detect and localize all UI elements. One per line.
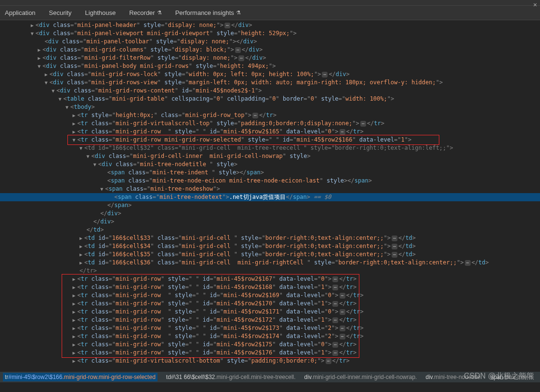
- breadcrumb[interactable]: tr#mini-45\$row2\$166.mini-grid-row.mini…: [0, 372, 540, 382]
- dom-line[interactable]: ▶<tr class="mini-grid-row " style=" " id…: [0, 308, 540, 316]
- dom-line[interactable]: ▶<tr class="mini-grid-row" style=" " id=…: [0, 300, 540, 308]
- dom-line[interactable]: <span class="mini-tree-node-ecicon mini-…: [0, 177, 540, 185]
- dom-line[interactable]: </tr>: [0, 267, 540, 275]
- dom-line[interactable]: </div>: [0, 209, 540, 218]
- dom-line[interactable]: </div>: [0, 218, 540, 226]
- info-bar: ×: [0, 0, 540, 6]
- menubar: ApplicationSecurityLighthouseRecorder ⚗P…: [0, 6, 540, 20]
- dom-line[interactable]: ▶<tr class="mini-grid-row " style=" " id…: [0, 291, 540, 300]
- dom-line[interactable]: ▶<div class="mini-grid-columns" style="d…: [0, 46, 540, 54]
- menu-recorder[interactable]: Recorder ⚗: [129, 9, 161, 16]
- dom-line[interactable]: </td>: [0, 226, 540, 234]
- dom-line[interactable]: <div class="mini-panel-toolbar" style="d…: [0, 38, 540, 46]
- dom-line[interactable]: ▶<tr class="mini-grid-row" style=" " id=…: [0, 349, 540, 357]
- dom-tree[interactable]: ▶<div class="mini-panel-header" style="d…: [0, 20, 540, 365]
- dom-line[interactable]: ▶<tr class="mini-grid-row" style=" " id=…: [0, 283, 540, 291]
- dom-line[interactable]: ▶<td id="166$cell$35" class="mini-grid-c…: [0, 250, 540, 259]
- dom-line[interactable]: ▶<td id="166$cell$34" class="mini-grid-c…: [0, 242, 540, 250]
- menu-performance-insights[interactable]: Performance insights ⚗: [175, 9, 241, 16]
- dom-line[interactable]: ▶<td id="166$cell$33" class="mini-grid-c…: [0, 234, 540, 242]
- dom-line[interactable]: ▼<div class="mini-grid-cell-inner mini-g…: [0, 152, 540, 160]
- dom-line[interactable]: ▶<tr class="mini-grid-row" style=" " id=…: [0, 340, 540, 349]
- dom-line[interactable]: ▼<div class="mini-tree-nodetitle " style…: [0, 160, 540, 169]
- dom-line[interactable]: <span class="mini-tree-indent " style></…: [0, 169, 540, 177]
- dom-line[interactable]: ▶<div class="mini-grid-rows-lock" style=…: [0, 70, 540, 78]
- watermark: CSDN @北极之熊熊: [464, 371, 534, 381]
- dom-line[interactable]: ▼<div class="mini-panel-body mini-grid-r…: [0, 62, 540, 70]
- dom-line[interactable]: ▶<div class="mini-panel-header" style="d…: [0, 21, 540, 29]
- dom-line[interactable]: ▼<table class="mini-grid-table" cellspac…: [0, 95, 540, 103]
- dom-line[interactable]: <span class="mini-tree-nodetext">.net切ja…: [0, 193, 540, 201]
- dom-line[interactable]: ▶<tr class="mini-grid-virtualscroll-top"…: [0, 119, 540, 128]
- dom-line[interactable]: ▶<tr class="mini-grid-virtualscroll-bott…: [0, 357, 540, 365]
- dom-line[interactable]: ▶<div class="mini-grid-filterRow" style=…: [0, 54, 540, 62]
- dom-line[interactable]: ▶<tr class="mini-grid-row" style=" " id=…: [0, 316, 540, 324]
- dom-line[interactable]: ▶<tr class="mini-grid-row" style=" " id=…: [0, 275, 540, 283]
- breadcrumb-item[interactable]: tr#mini-45\$row2\$166.mini-grid-row.mini…: [3, 373, 158, 381]
- dom-line[interactable]: ▼<div class="mini-grid-rows-content" id=…: [0, 87, 540, 95]
- menu-application[interactable]: Application: [5, 9, 36, 16]
- dom-line[interactable]: ▼<span class="mini-tree-nodeshow">: [0, 185, 540, 193]
- dom-line[interactable]: ▶<td id="166$cell$36" class="mini-grid-c…: [0, 259, 540, 267]
- dom-line[interactable]: ▼<td id="166$cell$32" class="mini-grid-c…: [0, 144, 540, 152]
- dom-line[interactable]: ▶<tr class="mini-grid-row " style=" " id…: [0, 128, 540, 136]
- dom-line[interactable]: </span>: [0, 201, 540, 209]
- close-icon[interactable]: ×: [533, 1, 537, 9]
- breadcrumb-item[interactable]: td#\31 66\$cell\$32.mini-grid-cell.mini-…: [166, 374, 296, 380]
- dom-line[interactable]: ▼<div class="mini-panel-viewport mini-gr…: [0, 29, 540, 38]
- breadcrumb-item[interactable]: div.mini-grid-cell-inner.mini-grid-cell-…: [304, 374, 417, 380]
- menu-lighthouse[interactable]: Lighthouse: [85, 9, 116, 16]
- dom-line[interactable]: ▼<tr class="mini-grid-row mini-grid-row-…: [0, 136, 540, 144]
- dom-line[interactable]: ▶<tr class="mini-grid-row " style=" " id…: [0, 332, 540, 340]
- menu-security[interactable]: Security: [49, 9, 72, 16]
- dom-line[interactable]: ▶<tr style="height:0px;" class="mini-gri…: [0, 111, 540, 119]
- dom-line[interactable]: ▼<div class="mini-grid-rows-view" style=…: [0, 78, 540, 87]
- dom-line[interactable]: ▼<tbody>: [0, 103, 540, 111]
- dom-line[interactable]: ▶<tr class="mini-grid-row " style=" " id…: [0, 324, 540, 332]
